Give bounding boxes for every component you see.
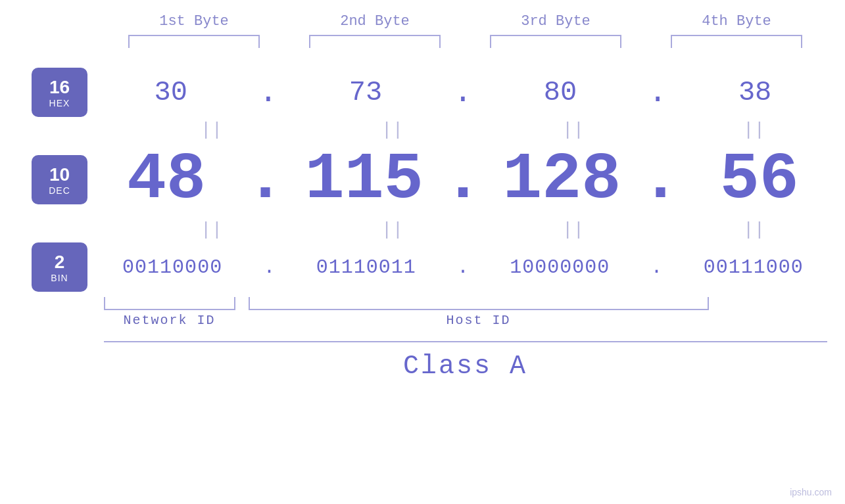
hex-badge-number: 16 [49, 77, 70, 98]
byte4-header: 4th Byte [664, 13, 809, 30]
hex-badge-label: HEX [49, 98, 70, 108]
dec-row: 10 DEC 48 . 115 . 128 . 56 [0, 143, 845, 217]
dec-val-4: 56 [694, 147, 825, 213]
bin-dot-3: . [650, 258, 662, 277]
hex-val-4: 38 [689, 77, 821, 108]
dec-badge: 10 DEC [32, 155, 87, 204]
top-brackets [104, 35, 827, 48]
host-id-label: Host ID [249, 313, 709, 328]
hex-values: 30 . 73 . 80 . 38 [87, 77, 845, 108]
hex-val-3: 80 [495, 77, 626, 108]
hex-val-2: 73 [300, 77, 431, 108]
hex-badge: 16 HEX [32, 68, 87, 117]
bin-badge-number: 2 [55, 252, 65, 273]
dec-values: 48 . 115 . 128 . 56 [87, 143, 845, 217]
eq1-4: || [688, 120, 820, 140]
hex-row: 16 HEX 30 . 73 . 80 . 38 [0, 68, 845, 117]
eq1-1: || [146, 120, 278, 140]
bin-val-1: 00110000 [107, 256, 238, 279]
byte3-header: 3rd Byte [483, 13, 628, 30]
eq-row-2: || || || || [121, 217, 844, 242]
network-id-label: Network ID [104, 313, 235, 328]
eq2-3: || [508, 219, 639, 240]
bin-badge: 2 BIN [32, 242, 87, 292]
eq-row-1: || || || || [121, 117, 844, 143]
bin-values: 00110000 . 01110011 . 10000000 . 0011100… [87, 256, 845, 279]
hex-dot-1: . [258, 77, 278, 108]
byte-headers: 1st Byte 2nd Byte 3rd Byte 4th Byte [104, 13, 827, 30]
host-bracket [249, 297, 709, 310]
dec-val-1: 48 [101, 147, 232, 213]
bin-val-3: 10000000 [494, 256, 625, 279]
class-label: Class A [104, 352, 827, 381]
bin-dot-2: . [457, 258, 469, 277]
eq2-1: || [146, 219, 278, 240]
dec-badge-number: 10 [49, 164, 70, 185]
main-container: 1st Byte 2nd Byte 3rd Byte 4th Byte 16 H… [0, 0, 845, 504]
byte1-header: 1st Byte [122, 13, 266, 30]
id-labels: Network ID Host ID [104, 313, 827, 328]
bracket-byte3 [490, 35, 621, 48]
network-bracket [104, 297, 235, 310]
hex-dot-3: . [648, 77, 667, 108]
dec-val-3: 128 [496, 147, 627, 213]
full-divider [104, 341, 827, 342]
bracket-byte4 [671, 35, 802, 48]
bracket-byte2 [309, 35, 441, 48]
dec-dot-1: . [245, 143, 285, 217]
dec-val-2: 115 [299, 147, 430, 213]
eq2-4: || [688, 219, 820, 240]
hex-dot-2: . [454, 77, 473, 108]
eq1-3: || [508, 120, 639, 140]
dec-dot-3: . [640, 143, 680, 217]
hex-val-1: 30 [105, 77, 237, 108]
bottom-brackets [104, 297, 827, 310]
byte2-header: 2nd Byte [302, 13, 447, 30]
eq2-2: || [327, 219, 458, 240]
bracket-byte1 [128, 35, 260, 48]
bin-val-4: 00111000 [688, 256, 819, 279]
bin-val-2: 01110011 [301, 256, 432, 279]
bin-dot-1: . [263, 258, 275, 277]
watermark: ipshu.com [790, 487, 832, 497]
dec-badge-label: DEC [49, 185, 70, 196]
bin-badge-label: BIN [51, 273, 68, 283]
eq1-2: || [327, 120, 458, 140]
bin-row: 2 BIN 00110000 . 01110011 . 10000000 . 0… [0, 242, 845, 292]
dec-dot-2: . [443, 143, 483, 217]
